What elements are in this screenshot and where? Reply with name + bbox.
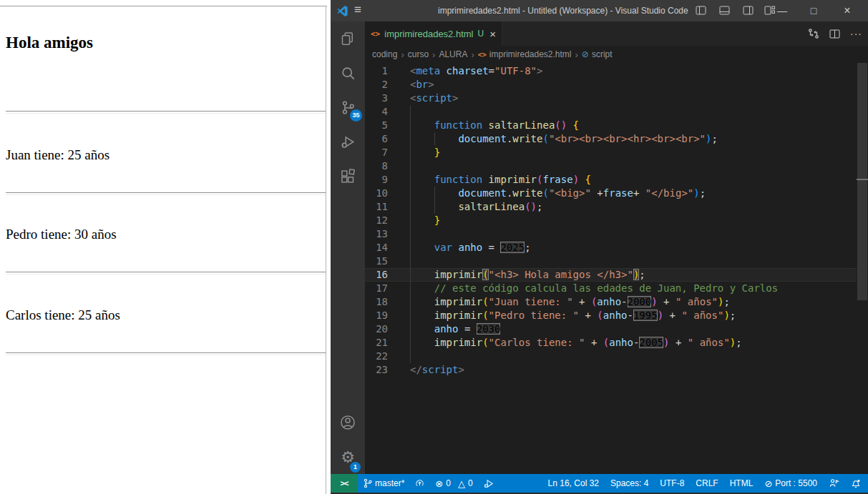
line-content: var anho = 2025; — [410, 241, 531, 255]
code-line-19[interactable]: 19 imprimir("Pedro tiene: " + (anho-1995… — [365, 309, 857, 322]
bracket-match: 2000 — [628, 296, 652, 307]
line-content: document.write("<big>" +frase+ "</big>")… — [410, 187, 706, 200]
more-actions-icon[interactable]: ··· — [850, 28, 862, 39]
breadcrumb-item-ALURA[interactable]: ALURA — [439, 49, 467, 59]
menu-icon[interactable]: ≡ — [354, 3, 361, 17]
line-number: 20 — [365, 322, 388, 336]
minimize-button[interactable]: — — [770, 0, 794, 21]
code-line-6[interactable]: 6 document.write("<br><br><br><hr><br><b… — [365, 132, 857, 146]
breadcrumb-separator: › — [575, 49, 578, 60]
toggle-sidebar-icon[interactable] — [696, 5, 706, 16]
notifications-bell-icon[interactable] — [851, 478, 861, 489]
settings-gear-icon[interactable]: ⚙ 1 — [331, 440, 365, 474]
scrollbar-thumb[interactable] — [857, 63, 867, 300]
breadcrumb-item-coding[interactable]: coding — [372, 49, 397, 59]
source-control-icon[interactable]: 35 — [331, 90, 365, 124]
breadcrumb-separator: › — [401, 49, 404, 60]
editor-scrollbar[interactable] — [857, 63, 868, 474]
live-server-port[interactable]: ⊘ Port : 5500 — [764, 478, 817, 489]
vscode-window: ≡ imprimiredades2.html - Untitled (Works… — [331, 0, 868, 494]
language-mode[interactable]: HTML — [730, 478, 754, 488]
open-changes-icon[interactable] — [808, 28, 819, 39]
line-content: anho = 2030 — [410, 322, 500, 336]
code-editor[interactable]: 1<meta charset="UTF-8">2<br>3<script>45 … — [365, 63, 868, 474]
bracket-match: ( — [482, 269, 488, 280]
code-line-13[interactable]: 13 — [365, 227, 857, 241]
code-line-9[interactable]: 9 function imprimir(frase) { — [365, 173, 857, 187]
toggle-panel-icon[interactable] — [719, 5, 730, 16]
remote-indicator[interactable]: >< — [331, 474, 358, 493]
line-number: 16 — [365, 268, 388, 282]
explorer-icon[interactable] — [331, 21, 365, 56]
sync-changes-icon[interactable] — [414, 478, 425, 488]
debug-status-icon[interactable] — [483, 478, 494, 489]
code-line-22[interactable]: 22 — [365, 350, 857, 363]
errors-count: 0 — [446, 478, 451, 488]
indentation[interactable]: Spaces: 4 — [610, 478, 648, 488]
run-debug-icon[interactable] — [331, 124, 365, 159]
breadcrumb-item-script[interactable]: ⊘script — [582, 49, 613, 59]
close-window-button[interactable]: × — [835, 0, 859, 21]
line-number: 21 — [365, 336, 388, 350]
code-line-5[interactable]: 5 function saltarLinea() { — [365, 119, 857, 132]
code-line-11[interactable]: 11 saltarLinea(); — [365, 200, 857, 214]
code-line-3[interactable]: 3<script> — [365, 92, 857, 105]
line-number: 11 — [365, 200, 388, 214]
bracket-match: 2025 — [500, 242, 525, 253]
code-line-18[interactable]: 18 imprimir("Juan tiene: " + (anho-2000)… — [365, 295, 857, 309]
warnings-icon: △ — [458, 478, 465, 489]
branch-name: master* — [375, 478, 404, 488]
branch-icon — [364, 478, 372, 488]
line-content: // este código calcula las edades de Jua… — [410, 282, 778, 295]
code-line-14[interactable]: 14 var anho = 2025; — [365, 241, 857, 255]
breadcrumb-item-curso[interactable]: curso — [408, 49, 429, 59]
split-editor-icon[interactable] — [829, 29, 840, 39]
code-line-1[interactable]: 1<meta charset="UTF-8"> — [365, 64, 857, 78]
eol-sequence[interactable]: CRLF — [696, 478, 718, 488]
line-number: 22 — [365, 350, 388, 363]
encoding[interactable]: UTF-8 — [660, 478, 684, 488]
line-number: 4 — [365, 105, 388, 119]
code-line-17[interactable]: 17 // este código calcula las edades de … — [365, 282, 857, 295]
breadcrumb-item-imprimiredades2.html[interactable]: <>imprimiredades2.html — [478, 49, 572, 59]
code-line-23[interactable]: 23</script> — [365, 363, 857, 377]
problems-item[interactable]: ⊗ 0 △ 0 — [435, 478, 472, 489]
status-bar: >< master* ⊗ 0 △ 0 — [331, 474, 868, 493]
code-line-16[interactable]: 16 imprimir("<h3> Hola amigos </h3>"); — [365, 268, 857, 282]
maximize-button[interactable]: □ — [801, 0, 826, 21]
preview-heading: Hola amigos — [6, 34, 93, 52]
line-number: 9 — [365, 173, 388, 187]
code-line-21[interactable]: 21 imprimir("Carlos tiene: " + (anho-200… — [365, 336, 857, 350]
preview-line-juan: Juan tiene: 25 años — [6, 147, 109, 163]
code-line-12[interactable]: 12 } — [365, 214, 857, 227]
live-share-icon[interactable] — [829, 478, 839, 488]
search-icon[interactable] — [331, 56, 365, 90]
line-content: } — [410, 214, 440, 227]
code-line-4[interactable]: 4 — [365, 105, 857, 119]
breadcrumbs[interactable]: coding›curso›ALURA›<>imprimiredades2.htm… — [365, 46, 868, 63]
tab-close-icon[interactable]: × — [489, 28, 496, 40]
toggle-secondary-sidebar-icon[interactable] — [743, 5, 754, 16]
code-line-20[interactable]: 20 anho = 2030 — [365, 322, 857, 336]
tab-imprimiredades2[interactable]: <> imprimiredades2.html U × — [365, 21, 502, 46]
line-number: 18 — [365, 295, 388, 309]
cursor-position[interactable]: Ln 16, Col 32 — [548, 478, 599, 488]
title-bar: ≡ imprimiredades2.html - Untitled (Works… — [331, 0, 868, 21]
git-branch-item[interactable]: master* — [364, 478, 404, 488]
line-number: 14 — [365, 241, 388, 255]
extensions-icon[interactable] — [331, 159, 365, 193]
line-number: 17 — [365, 282, 388, 295]
bracket-match: 1995 — [633, 310, 658, 321]
code-line-8[interactable]: 8 — [365, 159, 857, 173]
code-line-15[interactable]: 15 — [365, 255, 857, 268]
accounts-icon[interactable] — [331, 405, 365, 440]
port-label: Port : 5500 — [775, 478, 817, 488]
line-content: saltarLinea(); — [410, 200, 542, 214]
line-content: <br> — [410, 78, 434, 92]
code-line-2[interactable]: 2<br> — [365, 78, 857, 92]
code-line-7[interactable]: 7 } — [365, 146, 857, 159]
line-content: imprimir("Juan tiene: " + (anho-2000) + … — [410, 295, 730, 309]
tab-bar: <> imprimiredades2.html U × ··· — [365, 21, 868, 46]
code-line-10[interactable]: 10 document.write("<big>" +frase+ "</big… — [365, 187, 857, 200]
line-number: 13 — [365, 227, 388, 241]
